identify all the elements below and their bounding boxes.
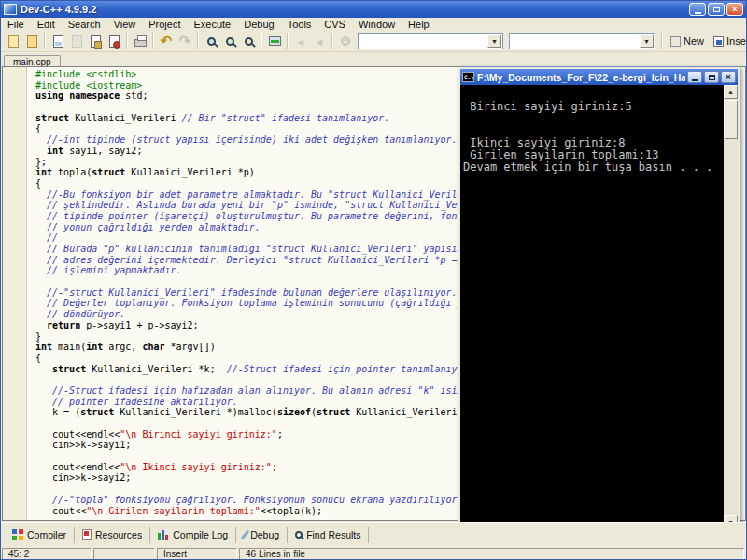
status-bar: 45: 2 Insert 46 Lines in file bbox=[1, 547, 746, 560]
toolbar-separator bbox=[126, 33, 128, 49]
editor-gutter bbox=[3, 67, 27, 520]
console-icon: C:\ bbox=[462, 72, 474, 82]
tab-resources[interactable]: Resources bbox=[75, 527, 150, 543]
class-combo[interactable]: ▼ bbox=[358, 33, 503, 49]
tab-label: Find Results bbox=[306, 529, 360, 540]
debug-pen-icon bbox=[241, 529, 250, 539]
run-icon bbox=[226, 37, 234, 46]
vertical-scroll-thumb[interactable] bbox=[724, 100, 738, 139]
console-title: F:\My_Documents_For_F\22_e-bergi_Icin_Ha… bbox=[477, 72, 685, 83]
abort-icon bbox=[341, 36, 350, 46]
menu-tools[interactable]: Tools bbox=[281, 18, 318, 31]
tab-label: Resources bbox=[95, 529, 142, 540]
toolbar-separator bbox=[152, 33, 154, 49]
menu-help[interactable]: Help bbox=[402, 18, 436, 31]
save-icon bbox=[53, 35, 63, 48]
new-source-icon bbox=[8, 35, 19, 48]
console-close-button[interactable]: × bbox=[721, 71, 736, 83]
compile-icon bbox=[207, 37, 216, 46]
menu-window[interactable]: Window bbox=[352, 18, 402, 31]
cursor-position: 45: 2 bbox=[2, 548, 92, 560]
chevron-down-icon[interactable]: ▼ bbox=[640, 35, 654, 48]
new-button[interactable]: New bbox=[666, 32, 709, 50]
new-source-icon[interactable] bbox=[4, 32, 22, 50]
minimize-button[interactable] bbox=[689, 3, 706, 16]
debug-icon bbox=[291, 32, 310, 50]
tab-debug[interactable]: Debug bbox=[236, 527, 288, 543]
line-count-info: 46 Lines in file bbox=[239, 548, 744, 560]
close-all-icon[interactable] bbox=[105, 32, 123, 50]
toolbar-separator bbox=[197, 33, 199, 49]
toolbar: ▼ ▼ New Insert Toggle bbox=[1, 31, 746, 52]
resources-page-icon bbox=[82, 529, 92, 540]
restore-button[interactable] bbox=[708, 3, 725, 16]
insert-icon bbox=[713, 36, 724, 47]
compile-run-icon[interactable] bbox=[239, 32, 258, 50]
app-icon bbox=[4, 4, 17, 15]
tab-label: Compile Log bbox=[173, 529, 228, 540]
profile-icon bbox=[315, 33, 325, 49]
print-icon[interactable] bbox=[131, 32, 149, 50]
menu-cvs[interactable]: CVS bbox=[317, 18, 352, 31]
close-button[interactable]: × bbox=[726, 3, 743, 16]
toolbar-separator bbox=[331, 33, 333, 49]
undo-icon bbox=[161, 33, 173, 49]
menu-bar: FileEditSearchViewProjectExecuteDebugToo… bbox=[1, 18, 746, 31]
menu-view[interactable]: View bbox=[107, 18, 143, 31]
save-all-icon bbox=[72, 35, 82, 48]
insert-button[interactable]: Insert bbox=[709, 32, 747, 50]
close-file-icon[interactable] bbox=[86, 32, 105, 50]
debug-icon bbox=[296, 33, 306, 49]
console-text: Birinci sayiyi giriniz:5 Ikinci sayiyi g… bbox=[460, 85, 738, 177]
console-maximize-button[interactable] bbox=[704, 71, 719, 83]
compile-log-chart-icon bbox=[158, 529, 169, 540]
new-checkbox-icon bbox=[670, 36, 681, 47]
menu-debug[interactable]: Debug bbox=[237, 18, 280, 31]
rebuild-all-icon[interactable] bbox=[265, 32, 284, 50]
insert-mode-indicator: Insert bbox=[157, 548, 237, 560]
undo-icon[interactable] bbox=[157, 32, 176, 50]
run-icon[interactable] bbox=[220, 32, 239, 50]
find-results-magnifier-icon bbox=[295, 531, 303, 539]
tab-label: Compiler bbox=[27, 529, 66, 540]
console-title-bar: C:\ F:\My_Documents_For_F\22_e-bergi_Ici… bbox=[460, 69, 738, 85]
menu-execute[interactable]: Execute bbox=[187, 18, 237, 31]
save-all-icon bbox=[67, 32, 86, 50]
toolbar-separator bbox=[44, 33, 46, 49]
compile-icon[interactable] bbox=[202, 32, 220, 50]
tab-compile-log[interactable]: Compile Log bbox=[150, 527, 236, 543]
member-combo[interactable]: ▼ bbox=[509, 33, 655, 49]
abort-icon bbox=[336, 32, 355, 50]
tab-find-results[interactable]: Find Results bbox=[288, 527, 369, 543]
chevron-down-icon[interactable]: ▼ bbox=[487, 35, 501, 48]
menu-edit[interactable]: Edit bbox=[31, 18, 62, 31]
console-window: C:\ F:\My_Documents_For_F\22_e-bergi_Ici… bbox=[458, 66, 740, 547]
compiler-grid-icon bbox=[12, 529, 23, 540]
menu-project[interactable]: Project bbox=[142, 18, 187, 31]
close-all-icon bbox=[109, 35, 120, 48]
menu-file[interactable]: File bbox=[1, 18, 31, 31]
save-icon[interactable] bbox=[49, 32, 67, 50]
window-title: Dev-C++ 4.9.9.2 bbox=[21, 4, 689, 15]
console-minimize-button[interactable] bbox=[687, 71, 702, 83]
menu-search[interactable]: Search bbox=[62, 18, 107, 31]
close-file-icon bbox=[91, 35, 101, 48]
print-icon bbox=[134, 39, 147, 47]
rebuild-all-icon bbox=[269, 36, 281, 46]
open-file-icon bbox=[27, 35, 37, 48]
open-file-icon[interactable] bbox=[22, 32, 41, 50]
devcpp-window: Dev-C++ 4.9.9.2 × FileEditSearchViewProj… bbox=[0, 0, 747, 560]
console-output[interactable]: Birinci sayiyi giriniz:5 Ikinci sayiyi g… bbox=[460, 85, 738, 529]
redo-icon bbox=[179, 33, 191, 49]
editor-tab-row: main.cpp bbox=[1, 52, 746, 66]
tab-compiler[interactable]: Compiler bbox=[5, 527, 75, 543]
profile-icon bbox=[310, 32, 329, 50]
console-vertical-scrollbar[interactable]: ▲ ▼ bbox=[724, 85, 738, 529]
toolbar-separator bbox=[661, 33, 663, 49]
scroll-up-arrow-icon[interactable]: ▲ bbox=[724, 85, 738, 99]
redo-icon bbox=[176, 32, 194, 50]
status-panel-2 bbox=[93, 548, 155, 560]
toolbar-separator bbox=[287, 33, 289, 49]
tab-label: Debug bbox=[250, 529, 279, 540]
toolbar-separator bbox=[261, 33, 262, 49]
